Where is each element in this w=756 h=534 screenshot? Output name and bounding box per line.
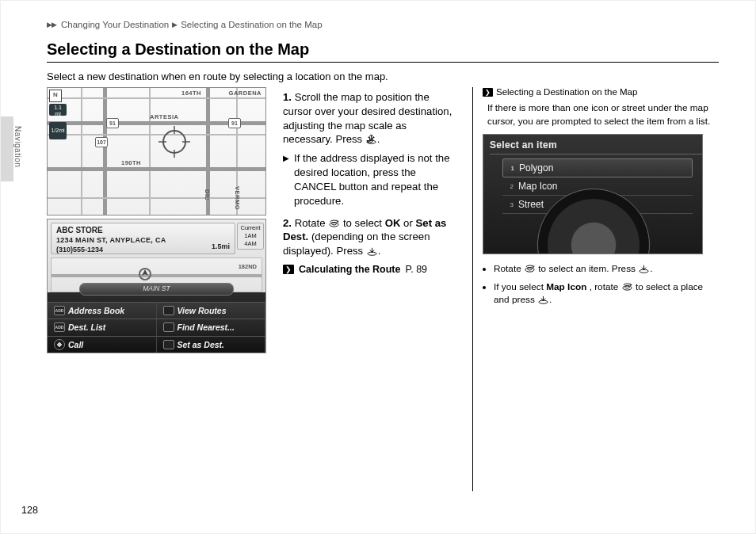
svg-point-11 [525, 268, 534, 273]
scale-badge-1: 1.1mi [49, 104, 67, 116]
info-store: ABC STORE [56, 226, 230, 235]
mini-map-street: 182ND [239, 263, 257, 270]
sb2-a: If you select [494, 281, 546, 292]
breadcrumb-sep: ▶ [172, 21, 178, 29]
breadcrumb: ▶▶ Changing Your Destination ▶ Selecting… [47, 20, 719, 29]
side-note: If there is more than one icon or street… [483, 101, 719, 128]
menu-call: Call [48, 336, 157, 353]
press-icon [366, 246, 378, 256]
info-address: 1234 MAIN ST, ANYPLACE, CA [56, 235, 230, 245]
svg-marker-6 [142, 269, 148, 276]
hwy-shield-107: 107 [95, 137, 108, 147]
step-2: 2. Rotate to select OK or Set as Dest. (… [283, 216, 458, 277]
xref-text: Calculating the Route [299, 263, 400, 277]
current-badge: Current 1AM 4AM [237, 223, 264, 250]
select-item-screenshot: Select an item 1 Polygon 2 Map Icon 3 St… [483, 134, 703, 254]
menu-set-as-dest: Set as Dest. [157, 336, 266, 353]
map-label-gardena: GARDENA [228, 90, 262, 97]
press-icon [365, 134, 377, 144]
step-1-sub-marker: ▶ [283, 153, 289, 208]
map-label-164th: 164TH [181, 90, 202, 97]
map-label-vermo: VERMO [233, 186, 242, 210]
sb1-b: to select an item. Press [538, 263, 638, 274]
list-row-2-idx: 2 [502, 183, 514, 190]
svg-point-9 [332, 222, 337, 224]
step-1: 1. Scroll the map to position the cursor… [283, 90, 458, 208]
vehicle-icon [137, 266, 153, 282]
press-icon [537, 294, 549, 304]
map-label-artesia: ARTESIA [149, 113, 179, 120]
info-distance: 1.5mi [212, 242, 230, 251]
nav-menu: Address Book View Routes Dest. List Find… [48, 302, 265, 353]
info-phone: (310)555-1234 [56, 245, 230, 254]
current-street-bar: MAIN ST [79, 283, 234, 296]
page-title: Selecting a Destination on the Map [47, 40, 719, 63]
section-tab [1, 116, 13, 181]
side-mark-icon: ❯ [483, 88, 493, 97]
svg-point-15 [624, 285, 629, 288]
step-2-or: or [403, 217, 415, 229]
menu-dest-list: Dest. List [48, 318, 157, 335]
current-label: Current [238, 224, 263, 232]
breadcrumb-item-2: Selecting a Destination on the Map [181, 20, 322, 29]
svg-point-12 [528, 268, 533, 270]
menu-address-book: Address Book [48, 302, 157, 318]
xref-page: P. 89 [405, 263, 427, 277]
dial-icon [621, 281, 633, 292]
map-cursor-icon [158, 126, 190, 158]
breadcrumb-arrows: ▶▶ [47, 21, 56, 29]
svg-point-14 [623, 285, 632, 290]
list-row-1-idx: 1 [503, 165, 514, 172]
scale-badge-2: 1/2mi [49, 122, 67, 139]
section-tab-label: Navigation [13, 126, 22, 167]
step-2-text-a: Rotate [295, 217, 329, 229]
step-1-end: . [377, 133, 380, 145]
intro-text: Select a new destination when en route b… [47, 71, 719, 82]
list-row-1-label: Polygon [519, 162, 553, 174]
sb1-c: . [650, 263, 652, 274]
svg-point-8 [330, 222, 338, 227]
side-title: Selecting a Destination on the Map [496, 87, 637, 97]
menu-find-nearest: Find Nearest... [157, 318, 266, 335]
select-item-header: Select an item [490, 139, 557, 151]
hwy-shield-91b: 91 [228, 118, 241, 128]
map-label-die: DIE [203, 189, 212, 200]
side-bullet-2: If you select Map Icon , rotate to selec… [494, 280, 719, 307]
xref-mark-icon: ❯ [283, 265, 294, 274]
page-number: 128 [21, 505, 38, 516]
press-icon [638, 263, 650, 273]
dial-icon [524, 263, 536, 273]
info-bar: ABC STORE 1234 MAIN ST, ANYPLACE, CA (31… [51, 223, 235, 254]
sb2-d: . [549, 294, 552, 305]
nav-device-screenshot: ABC STORE 1234 MAIN ST, ANYPLACE, CA (31… [47, 219, 266, 353]
sb2-b: , rotate [590, 281, 621, 292]
hwy-shield-91: 91 [106, 118, 119, 128]
step-1-sub-text: If the address displayed is not the desi… [294, 151, 458, 208]
eta-1: 1AM [238, 232, 263, 240]
sb2-icon: Map Icon [546, 281, 586, 292]
map-label-190th: 190TH [120, 159, 142, 166]
dial-icon [328, 218, 340, 228]
step-1-number: 1. [283, 91, 292, 103]
list-row-2-label: Map Icon [518, 181, 557, 192]
step-2-text-b: to select [343, 217, 385, 229]
map-screenshot: 164TH GARDENA ARTESIA 190TH DIE VERMO 91… [47, 87, 266, 216]
eta-2: 4AM [238, 240, 263, 248]
menu-view-routes: View Routes [157, 302, 266, 318]
list-row-3-idx: 3 [502, 201, 514, 208]
step-2-number: 2. [283, 217, 292, 229]
side-bullet-1: Rotate to select an item. Press . [494, 262, 719, 276]
step-2-end: . [378, 245, 381, 257]
step-2-ok: OK [385, 217, 401, 229]
svg-point-0 [163, 131, 185, 153]
breadcrumb-item-1: Changing Your Destination [61, 20, 169, 29]
compass-icon: N [49, 90, 62, 102]
list-row-1: 1 Polygon [502, 158, 693, 177]
list-row-3-label: Street [518, 199, 544, 210]
sb1-a: Rotate [494, 263, 524, 274]
